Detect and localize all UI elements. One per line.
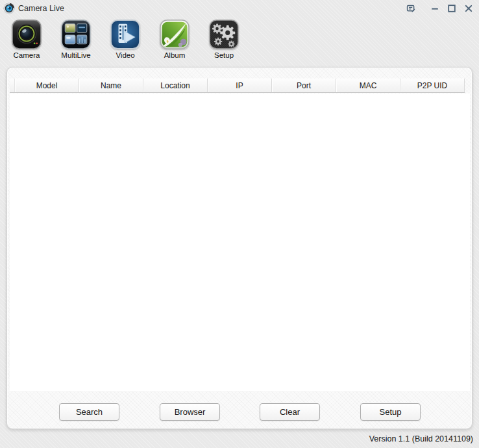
device-list-panel: Model Name Location IP Port MAC P2P UID … (6, 67, 473, 429)
camera-icon (12, 19, 42, 49)
column-header-mac[interactable]: MAC (336, 79, 400, 92)
search-button[interactable]: Search (59, 403, 119, 421)
setup-icon (209, 19, 239, 49)
video-icon (110, 19, 140, 49)
column-header-p2p-uid[interactable]: P2P UID (400, 79, 465, 92)
table-header-spacer (10, 79, 15, 92)
toolbar-label-album: Album (164, 51, 186, 59)
toolbar-item-camera[interactable]: Camera (11, 19, 42, 59)
toolbar-label-setup: Setup (214, 51, 234, 59)
album-icon (160, 19, 190, 49)
toolbar-item-multilive[interactable]: MultiLive (60, 19, 92, 59)
title-bar: Camera Live (0, 0, 479, 17)
column-header-ip[interactable]: IP (208, 79, 272, 92)
multilive-icon (61, 19, 91, 49)
camera-live-window: { "window": { "title": "Camera Live", "a… (0, 0, 479, 448)
column-header-location[interactable]: Location (143, 79, 208, 92)
toolbar-item-setup[interactable]: Setup (208, 19, 240, 59)
device-table-header: Model Name Location IP Port MAC P2P UID (10, 79, 465, 93)
main-toolbar: Camera (11, 19, 240, 59)
feedback-icon[interactable] (405, 3, 416, 14)
window-controls (405, 3, 474, 14)
device-table-body[interactable] (10, 93, 470, 391)
clear-button[interactable]: Clear (260, 403, 320, 421)
close-icon[interactable] (463, 3, 474, 14)
toolbar-label-camera: Camera (14, 51, 40, 59)
window-title: Camera Live (18, 4, 64, 13)
setup-button[interactable]: Setup (360, 403, 421, 421)
toolbar-item-video[interactable]: Video (110, 19, 141, 59)
toolbar-label-video: Video (116, 51, 134, 59)
minimize-icon[interactable] (429, 3, 440, 14)
column-header-name[interactable]: Name (79, 79, 143, 92)
toolbar-item-album[interactable]: Album (159, 19, 190, 59)
maximize-icon[interactable] (446, 3, 457, 14)
status-bar: Version 1.1 (Build 20141109) (0, 429, 479, 448)
version-text: Version 1.1 (Build 20141109) (369, 434, 473, 443)
column-header-model[interactable]: Model (15, 79, 79, 92)
camera-live-logo-icon (3, 3, 15, 14)
column-header-port[interactable]: Port (272, 79, 336, 92)
browser-button[interactable]: Browser (160, 403, 220, 421)
toolbar-label-multilive: MultiLive (61, 51, 90, 59)
